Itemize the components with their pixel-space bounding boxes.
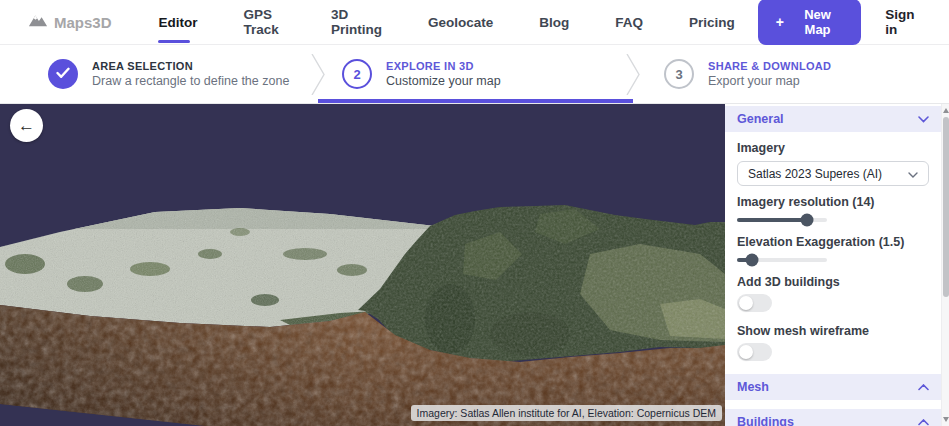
step2-number: 2 bbox=[353, 67, 360, 82]
check-icon bbox=[56, 67, 70, 82]
scrollbar-down-arrow[interactable] bbox=[943, 417, 949, 422]
nav-item-blog[interactable]: Blog bbox=[516, 0, 592, 45]
top-navbar: Maps3D Editor GPS Track 3D Printing Geol… bbox=[0, 0, 949, 45]
sign-in-link[interactable]: Sign in bbox=[875, 7, 937, 37]
slider-thumb[interactable] bbox=[801, 214, 814, 227]
imagery-select-value: Satlas 2023 Superes (AI) bbox=[748, 167, 882, 181]
step1-check-circle bbox=[48, 59, 78, 89]
nav-item-pricing[interactable]: Pricing bbox=[666, 0, 758, 45]
step3-number: 3 bbox=[675, 67, 682, 82]
chevron-down-icon bbox=[908, 167, 918, 181]
show-mesh-wireframe-label: Show mesh wireframe bbox=[737, 324, 929, 338]
elevation-exaggeration-label: Elevation Exaggeration (1.5) bbox=[737, 235, 929, 249]
chevron-down-icon bbox=[918, 112, 929, 126]
add-3d-buildings-toggle[interactable] bbox=[737, 294, 772, 312]
toggle-knob bbox=[739, 296, 753, 310]
step-explore-in-3d[interactable]: 2 EXPLORE IN 3D Customize your map bbox=[318, 45, 633, 103]
section-header-general[interactable]: General bbox=[725, 106, 941, 132]
toggle-knob bbox=[739, 345, 753, 359]
section-title: Buildings bbox=[737, 415, 794, 426]
step2-title: EXPLORE IN 3D bbox=[386, 60, 501, 72]
slider-thumb[interactable] bbox=[746, 254, 759, 267]
step-progress-bar: AREA SELECTION Draw a rectangle to defin… bbox=[0, 45, 949, 104]
brand[interactable]: Maps3D bbox=[28, 12, 112, 32]
step3-subtitle: Export your map bbox=[708, 74, 831, 88]
back-button[interactable]: ← bbox=[10, 109, 43, 142]
imagery-select[interactable]: Satlas 2023 Superes (AI) bbox=[737, 161, 929, 186]
mountain-logo-icon bbox=[28, 12, 48, 32]
back-arrow-icon: ← bbox=[18, 116, 35, 136]
section-title: Mesh bbox=[737, 380, 769, 394]
section-header-buildings[interactable]: Buildings bbox=[725, 409, 941, 426]
step-share-download[interactable]: 3 SHARE & DOWNLOAD Export your map bbox=[633, 45, 949, 103]
nav-item-gps-track[interactable]: GPS Track bbox=[221, 0, 308, 45]
imagery-resolution-label: Imagery resolution (14) bbox=[737, 195, 929, 209]
map-3d-viewport[interactable]: ← Imagery: Satlas Allen institute for AI… bbox=[0, 104, 725, 426]
add-3d-buildings-label: Add 3D buildings bbox=[737, 275, 929, 289]
settings-panel: General Imagery Satlas 2023 Superes (AI)… bbox=[725, 104, 941, 426]
step-area-selection[interactable]: AREA SELECTION Draw a rectangle to defin… bbox=[0, 45, 318, 103]
terrain-render bbox=[0, 104, 725, 426]
step3-number-circle: 3 bbox=[664, 59, 694, 89]
chevron-up-icon bbox=[918, 415, 929, 426]
section-title: General bbox=[737, 112, 784, 126]
nav-item-faq[interactable]: FAQ bbox=[592, 0, 666, 45]
nav-item-geolocate[interactable]: Geolocate bbox=[405, 0, 516, 45]
new-map-button[interactable]: + New Map bbox=[758, 0, 861, 45]
brand-name: Maps3D bbox=[54, 14, 112, 31]
main-nav: Editor GPS Track 3D Printing Geolocate B… bbox=[136, 0, 758, 45]
show-mesh-wireframe-toggle[interactable] bbox=[737, 343, 772, 361]
nav-item-3d-printing[interactable]: 3D Printing bbox=[308, 0, 405, 45]
scrollbar-up-arrow[interactable] bbox=[943, 108, 949, 113]
imagery-resolution-slider[interactable] bbox=[737, 214, 827, 226]
imagery-attribution: Imagery: Satlas Allen institute for AI, … bbox=[411, 405, 722, 421]
step1-subtitle: Draw a rectangle to define the zone bbox=[92, 74, 289, 88]
chevron-up-icon bbox=[918, 380, 929, 394]
new-map-label: New Map bbox=[792, 7, 843, 37]
section-header-mesh[interactable]: Mesh bbox=[725, 374, 941, 400]
nav-item-editor[interactable]: Editor bbox=[136, 0, 221, 45]
slider-fill bbox=[737, 218, 807, 222]
step3-title: SHARE & DOWNLOAD bbox=[708, 60, 831, 72]
step1-title: AREA SELECTION bbox=[92, 60, 289, 72]
scrollbar-thumb[interactable] bbox=[943, 117, 949, 297]
panel-scrollbar[interactable] bbox=[941, 104, 949, 426]
step2-number-circle: 2 bbox=[342, 59, 372, 89]
imagery-label: Imagery bbox=[737, 141, 929, 155]
step2-subtitle: Customize your map bbox=[386, 74, 501, 88]
elevation-exaggeration-slider[interactable] bbox=[737, 254, 827, 266]
plus-icon: + bbox=[776, 14, 784, 30]
